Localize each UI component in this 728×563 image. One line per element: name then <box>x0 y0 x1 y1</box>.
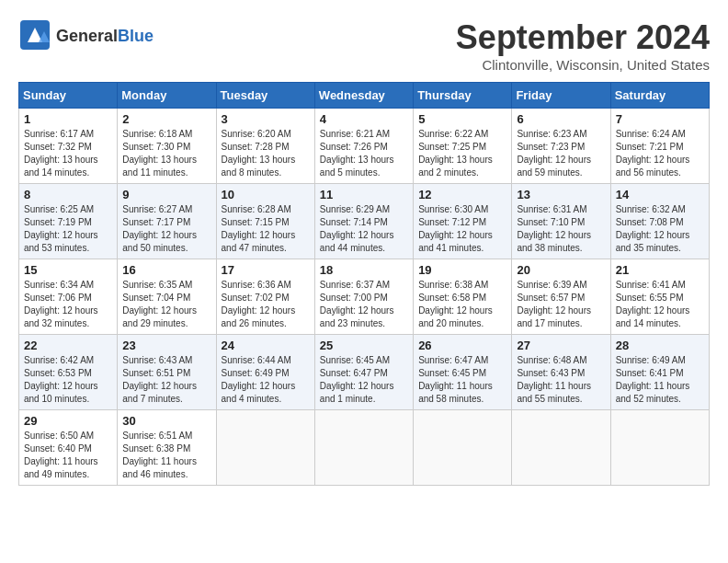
logo: General Blue <box>18 18 154 55</box>
day-number: 8 <box>24 188 112 201</box>
day-of-week-header: Tuesday <box>216 83 314 109</box>
calendar-day-cell <box>216 410 314 486</box>
calendar-day-cell: 5Sunrise: 6:22 AMSunset: 7:25 PMDaylight… <box>414 109 512 184</box>
day-info: Sunrise: 6:49 AMSunset: 6:41 PMDaylight:… <box>616 354 704 406</box>
day-number: 19 <box>418 263 506 277</box>
calendar-day-cell: 22Sunrise: 6:42 AMSunset: 6:53 PMDayligh… <box>19 335 118 410</box>
calendar-day-cell <box>610 410 709 486</box>
day-number: 23 <box>122 339 210 352</box>
day-info: Sunrise: 6:24 AMSunset: 7:21 PMDaylight:… <box>616 128 704 179</box>
day-info: Sunrise: 6:18 AMSunset: 7:30 PMDaylight:… <box>122 128 210 179</box>
calendar-day-cell: 15Sunrise: 6:34 AMSunset: 7:06 PMDayligh… <box>19 259 118 335</box>
logo-blue-text: Blue <box>118 28 154 46</box>
day-info: Sunrise: 6:17 AMSunset: 7:32 PMDaylight:… <box>24 128 112 179</box>
day-number: 29 <box>24 414 112 428</box>
day-info: Sunrise: 6:20 AMSunset: 7:28 PMDaylight:… <box>222 128 310 179</box>
calendar-day-cell: 14Sunrise: 6:32 AMSunset: 7:08 PMDayligh… <box>610 184 709 259</box>
calendar-week-row: 15Sunrise: 6:34 AMSunset: 7:06 PMDayligh… <box>19 259 710 335</box>
day-number: 4 <box>320 112 408 126</box>
day-of-week-header: Wednesday <box>314 83 413 109</box>
day-number: 28 <box>616 339 704 352</box>
day-number: 30 <box>122 414 210 428</box>
calendar-day-cell: 2Sunrise: 6:18 AMSunset: 7:30 PMDaylight… <box>118 109 216 184</box>
day-info: Sunrise: 6:34 AMSunset: 7:06 PMDaylight:… <box>24 279 112 330</box>
logo-icon <box>18 18 51 52</box>
day-number: 25 <box>320 339 408 352</box>
day-of-week-header: Saturday <box>610 83 709 109</box>
calendar-day-cell: 18Sunrise: 6:37 AMSunset: 7:00 PMDayligh… <box>314 259 413 335</box>
day-of-week-header: Monday <box>118 83 216 109</box>
day-info: Sunrise: 6:25 AMSunset: 7:19 PMDaylight:… <box>24 203 112 255</box>
calendar-day-cell <box>414 410 512 486</box>
calendar-day-cell: 28Sunrise: 6:49 AMSunset: 6:41 PMDayligh… <box>610 335 709 410</box>
day-info: Sunrise: 6:31 AMSunset: 7:10 PMDaylight:… <box>517 203 605 255</box>
day-info: Sunrise: 6:30 AMSunset: 7:12 PMDaylight:… <box>418 203 506 255</box>
day-info: Sunrise: 6:41 AMSunset: 6:55 PMDaylight:… <box>616 279 704 330</box>
calendar-day-cell: 13Sunrise: 6:31 AMSunset: 7:10 PMDayligh… <box>512 184 610 259</box>
calendar-day-cell: 23Sunrise: 6:43 AMSunset: 6:51 PMDayligh… <box>118 335 216 410</box>
calendar-day-cell: 24Sunrise: 6:44 AMSunset: 6:49 PMDayligh… <box>216 335 314 410</box>
day-info: Sunrise: 6:45 AMSunset: 6:47 PMDaylight:… <box>320 354 408 406</box>
calendar-week-row: 29Sunrise: 6:50 AMSunset: 6:40 PMDayligh… <box>19 410 710 486</box>
day-info: Sunrise: 6:23 AMSunset: 7:23 PMDaylight:… <box>517 128 605 179</box>
day-number: 10 <box>222 188 310 201</box>
calendar-day-cell: 19Sunrise: 6:38 AMSunset: 6:58 PMDayligh… <box>414 259 512 335</box>
calendar-day-cell: 6Sunrise: 6:23 AMSunset: 7:23 PMDaylight… <box>512 109 610 184</box>
calendar-week-row: 1Sunrise: 6:17 AMSunset: 7:32 PMDaylight… <box>19 109 710 184</box>
page-header: General Blue September 2024 Clintonville… <box>18 18 710 73</box>
calendar-day-cell: 26Sunrise: 6:47 AMSunset: 6:45 PMDayligh… <box>414 335 512 410</box>
day-info: Sunrise: 6:28 AMSunset: 7:15 PMDaylight:… <box>222 203 310 255</box>
calendar-day-cell: 25Sunrise: 6:45 AMSunset: 6:47 PMDayligh… <box>314 335 413 410</box>
day-info: Sunrise: 6:48 AMSunset: 6:43 PMDaylight:… <box>517 354 605 406</box>
calendar-day-cell <box>512 410 610 486</box>
day-number: 18 <box>320 263 408 277</box>
calendar-day-cell: 20Sunrise: 6:39 AMSunset: 6:57 PMDayligh… <box>512 259 610 335</box>
day-info: Sunrise: 6:42 AMSunset: 6:53 PMDaylight:… <box>24 354 112 406</box>
calendar-day-cell: 3Sunrise: 6:20 AMSunset: 7:28 PMDaylight… <box>216 109 314 184</box>
day-info: Sunrise: 6:39 AMSunset: 6:57 PMDaylight:… <box>517 279 605 330</box>
day-number: 12 <box>418 188 506 201</box>
logo-general-text: General <box>56 28 118 46</box>
day-info: Sunrise: 6:44 AMSunset: 6:49 PMDaylight:… <box>222 354 310 406</box>
day-info: Sunrise: 6:47 AMSunset: 6:45 PMDaylight:… <box>418 354 506 406</box>
calendar-table: SundayMondayTuesdayWednesdayThursdayFrid… <box>18 82 710 486</box>
calendar-day-cell: 29Sunrise: 6:50 AMSunset: 6:40 PMDayligh… <box>19 410 118 486</box>
calendar-day-cell: 21Sunrise: 6:41 AMSunset: 6:55 PMDayligh… <box>610 259 709 335</box>
location: Clintonville, Wisconsin, United States <box>456 57 710 73</box>
day-info: Sunrise: 6:22 AMSunset: 7:25 PMDaylight:… <box>418 128 506 179</box>
calendar-day-cell: 12Sunrise: 6:30 AMSunset: 7:12 PMDayligh… <box>414 184 512 259</box>
day-info: Sunrise: 6:38 AMSunset: 6:58 PMDaylight:… <box>418 279 506 330</box>
calendar-week-row: 8Sunrise: 6:25 AMSunset: 7:19 PMDaylight… <box>19 184 710 259</box>
day-number: 16 <box>122 263 210 277</box>
calendar-day-cell: 11Sunrise: 6:29 AMSunset: 7:14 PMDayligh… <box>314 184 413 259</box>
day-info: Sunrise: 6:27 AMSunset: 7:17 PMDaylight:… <box>122 203 210 255</box>
calendar-day-cell: 7Sunrise: 6:24 AMSunset: 7:21 PMDaylight… <box>610 109 709 184</box>
calendar-day-cell: 16Sunrise: 6:35 AMSunset: 7:04 PMDayligh… <box>118 259 216 335</box>
day-number: 6 <box>517 112 605 126</box>
title-area: September 2024 Clintonville, Wisconsin, … <box>456 18 710 73</box>
month-title: September 2024 <box>456 18 710 57</box>
day-number: 3 <box>222 112 310 126</box>
day-info: Sunrise: 6:35 AMSunset: 7:04 PMDaylight:… <box>122 279 210 330</box>
day-number: 7 <box>616 112 704 126</box>
day-number: 26 <box>418 339 506 352</box>
day-number: 21 <box>616 263 704 277</box>
calendar-day-cell: 30Sunrise: 6:51 AMSunset: 6:38 PMDayligh… <box>118 410 216 486</box>
day-info: Sunrise: 6:29 AMSunset: 7:14 PMDaylight:… <box>320 203 408 255</box>
day-info: Sunrise: 6:36 AMSunset: 7:02 PMDaylight:… <box>222 279 310 330</box>
day-info: Sunrise: 6:51 AMSunset: 6:38 PMDaylight:… <box>122 430 210 481</box>
calendar-day-cell: 9Sunrise: 6:27 AMSunset: 7:17 PMDaylight… <box>118 184 216 259</box>
day-of-week-header: Sunday <box>19 83 118 109</box>
day-number: 20 <box>517 263 605 277</box>
calendar-day-cell: 27Sunrise: 6:48 AMSunset: 6:43 PMDayligh… <box>512 335 610 410</box>
calendar-day-cell: 10Sunrise: 6:28 AMSunset: 7:15 PMDayligh… <box>216 184 314 259</box>
day-number: 24 <box>222 339 310 352</box>
day-info: Sunrise: 6:32 AMSunset: 7:08 PMDaylight:… <box>616 203 704 255</box>
calendar-day-cell: 4Sunrise: 6:21 AMSunset: 7:26 PMDaylight… <box>314 109 413 184</box>
day-number: 1 <box>24 112 112 126</box>
day-number: 2 <box>122 112 210 126</box>
day-info: Sunrise: 6:21 AMSunset: 7:26 PMDaylight:… <box>320 128 408 179</box>
day-info: Sunrise: 6:50 AMSunset: 6:40 PMDaylight:… <box>24 430 112 481</box>
calendar-day-cell: 17Sunrise: 6:36 AMSunset: 7:02 PMDayligh… <box>216 259 314 335</box>
day-number: 17 <box>222 263 310 277</box>
